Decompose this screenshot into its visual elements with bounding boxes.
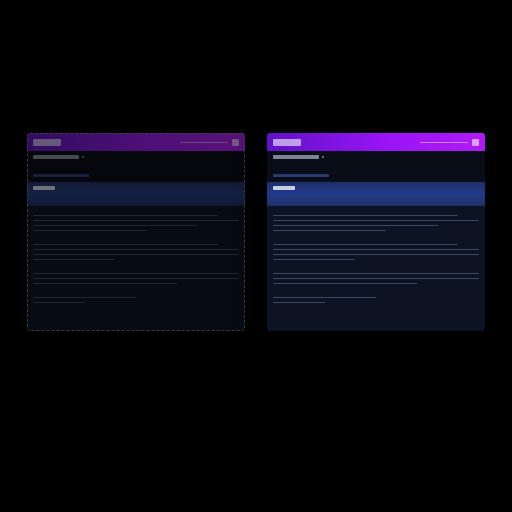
content-line (273, 249, 479, 250)
section-band (267, 181, 485, 207)
section-band (27, 181, 245, 207)
content-line (273, 273, 479, 274)
titlebar-controls[interactable] (180, 139, 239, 146)
content-line (273, 297, 376, 298)
content-line (273, 230, 386, 231)
close-icon[interactable] (472, 139, 479, 146)
content-line (33, 244, 218, 245)
content-line (33, 302, 85, 303)
content-line (273, 254, 479, 255)
nav-primary-label[interactable] (33, 155, 79, 159)
content-line (33, 278, 239, 279)
content-line (273, 278, 479, 279)
nav-primary-label[interactable] (273, 155, 319, 159)
navbar (267, 151, 485, 181)
content-line (33, 297, 136, 298)
titlebar-controls[interactable] (420, 139, 479, 146)
content-area (27, 207, 245, 331)
content-line (273, 283, 417, 284)
window-active (267, 133, 485, 331)
content-line (33, 225, 198, 226)
content-line (33, 220, 239, 221)
content-line (33, 273, 239, 274)
content-line (33, 254, 239, 255)
titlebar-action[interactable] (180, 142, 228, 143)
window-comparison (27, 133, 485, 331)
window-title (273, 139, 301, 146)
content-line (273, 244, 458, 245)
content-line (273, 225, 438, 226)
content-line (273, 215, 458, 216)
content-line (33, 215, 218, 216)
content-area (267, 207, 485, 331)
content-line (33, 283, 177, 284)
nav-secondary-label[interactable] (273, 174, 329, 177)
titlebar[interactable] (27, 133, 245, 151)
navbar (27, 151, 245, 181)
titlebar-action[interactable] (420, 142, 468, 143)
window-inactive (27, 133, 245, 331)
close-icon[interactable] (232, 139, 239, 146)
nav-indicator-icon (322, 156, 324, 158)
content-line (33, 259, 115, 260)
content-line (33, 249, 239, 250)
content-line (273, 259, 355, 260)
nav-indicator-icon (82, 156, 84, 158)
window-title (33, 139, 61, 146)
content-line (33, 230, 146, 231)
nav-secondary-label[interactable] (33, 174, 89, 177)
titlebar[interactable] (267, 133, 485, 151)
section-label (33, 186, 55, 190)
section-label (273, 186, 295, 190)
content-line (273, 302, 325, 303)
content-line (273, 220, 479, 221)
